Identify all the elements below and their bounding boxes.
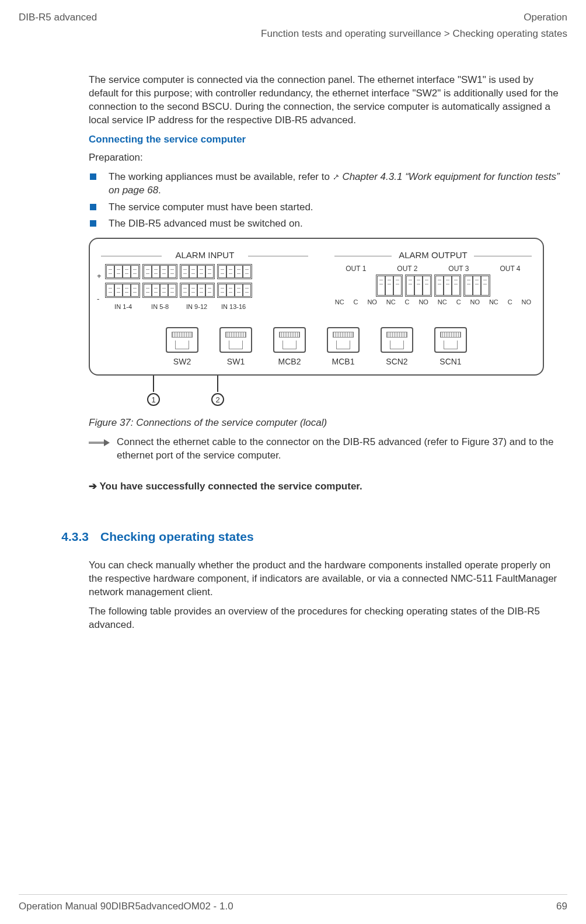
callout-2: 2 [211, 376, 224, 411]
figure-caption: Figure 37: Connections of the service co… [89, 416, 561, 430]
out-label: OUT 3 [448, 264, 469, 273]
terminal-block [376, 275, 403, 297]
rj45-port-mcb2 [273, 327, 306, 353]
preparation-label: Preparation: [89, 151, 561, 165]
result-text: ➔ You have successfully connected the se… [89, 480, 561, 494]
nc-label: NC [335, 298, 344, 307]
figure-connection-panel: ALARM INPUT + - [89, 238, 544, 376]
body-paragraph: The following table provides an overview… [89, 605, 561, 632]
nc-label: NC [386, 298, 396, 307]
list-item: The DIB-R5 advanced must be switched on. [89, 217, 561, 231]
terminal-block [180, 264, 215, 279]
alarm-output-title: ALARM OUTPUT [330, 249, 536, 261]
footer-left: Operation Manual 90DIBR5advancedOM02 - 1… [19, 901, 233, 912]
footer-page-number: 69 [556, 901, 567, 912]
no-label: NO [522, 298, 532, 307]
list-text-post: . [158, 185, 161, 196]
terminal-block [217, 264, 252, 279]
step-arrow-icon [89, 439, 110, 446]
rj45-port-sw2 [166, 327, 198, 353]
callout-number: 2 [211, 393, 224, 406]
c-label: C [508, 298, 512, 307]
plus-label: + [97, 271, 102, 282]
out-label: OUT 1 [346, 264, 366, 273]
c-label: C [405, 298, 410, 307]
out-label: OUT 2 [397, 264, 417, 273]
c-label: C [456, 298, 461, 307]
terminal-block [105, 283, 140, 298]
alarm-input-title: ALARM INPUT [97, 249, 313, 261]
terminal-block [217, 283, 252, 298]
no-label: NO [470, 298, 480, 307]
rj-label: MCB1 [332, 356, 355, 367]
rj45-port-mcb1 [327, 327, 360, 353]
rj-label: MCB2 [278, 356, 301, 367]
nc-label: NC [438, 298, 447, 307]
c-label: C [354, 298, 358, 307]
in-label: IN 1-4 [105, 303, 142, 311]
doc-title-right: Operation [524, 12, 567, 23]
nc-label: NC [489, 298, 498, 307]
reference-icon [333, 171, 340, 178]
subheading-connecting: Connecting the service computer [89, 133, 561, 147]
no-label: NO [418, 298, 428, 307]
terminal-block [463, 275, 490, 297]
terminal-block [142, 283, 177, 298]
breadcrumb: Function tests and operating surveillanc… [19, 28, 567, 40]
list-item: The working appliances must be available… [89, 171, 561, 197]
intro-paragraph: The service computer is connected via th… [89, 74, 561, 127]
list-text: The DIB-R5 advanced must be switched on. [109, 218, 303, 229]
preparation-list: The working appliances must be available… [89, 171, 561, 231]
section-title: Checking operating states [100, 529, 254, 545]
callout-1: 1 [147, 376, 160, 411]
rj45-port-scn1 [434, 327, 467, 353]
rj-label: SW1 [227, 356, 245, 367]
rj-label: SCN1 [440, 356, 461, 367]
rj-label: SW2 [173, 356, 191, 367]
terminal-block [405, 275, 432, 297]
doc-title-left: DIB-R5 advanced [19, 12, 97, 23]
terminal-block [180, 283, 215, 298]
svg-point-0 [334, 178, 335, 179]
rj-label: SCN2 [386, 356, 407, 367]
list-item: The service computer must have been star… [89, 201, 561, 214]
out-label: OUT 4 [500, 264, 520, 273]
step-text: Connect the ethernet cable to the connec… [117, 436, 561, 463]
minus-label: - [97, 294, 102, 304]
terminal-block [434, 275, 461, 297]
list-text: The service computer must have been star… [109, 202, 313, 213]
rj45-port-scn2 [381, 327, 413, 353]
in-label: IN 5-8 [142, 303, 179, 311]
section-number: 4.3.3 [54, 529, 89, 545]
callout-number: 1 [147, 393, 160, 406]
list-text: The working appliances must be available… [109, 171, 333, 182]
in-label: IN 13-16 [215, 303, 252, 311]
body-paragraph: You can check manually whether the produ… [89, 559, 561, 599]
terminal-block [142, 264, 177, 279]
no-label: NO [367, 298, 377, 307]
rj45-port-sw1 [219, 327, 252, 353]
terminal-block [105, 264, 140, 279]
in-label: IN 9-12 [179, 303, 215, 311]
